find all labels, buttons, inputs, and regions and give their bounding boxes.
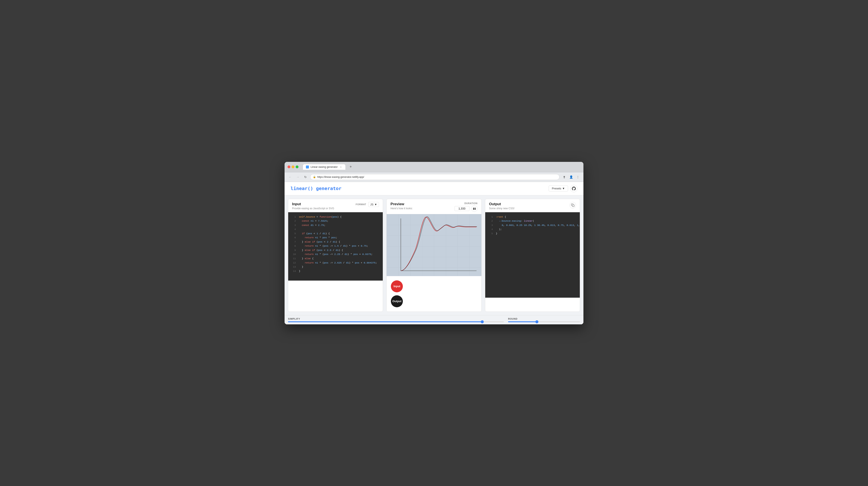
round-slider-fill	[508, 322, 537, 322]
simplify-slider-group: SIMPLIFY	[288, 317, 504, 322]
preview-demo: Input Output	[386, 276, 481, 311]
code-line: 10 return n1 * (pos -= 2.25 / d1) * pos …	[288, 252, 383, 256]
output-panel-controls	[569, 202, 576, 208]
bottom-bar: SIMPLIFY ROUND	[285, 315, 583, 324]
input-ball-label: Input	[394, 285, 400, 288]
browser-tab[interactable]: Linear easing generator ×	[303, 164, 346, 170]
header-right: Presets ▼	[549, 185, 578, 192]
preview-title-group: Preview Here's how it looks:	[391, 202, 413, 210]
code-line: 2 --bounce-easing: linear(	[485, 219, 580, 223]
maximize-window-button[interactable]	[296, 165, 299, 168]
output-ball-label: Output	[392, 300, 402, 303]
simplify-slider-fill	[288, 322, 482, 322]
input-panel-header: Input Provide easing as JavaScript or SV…	[288, 199, 383, 212]
copy-icon	[571, 204, 575, 207]
browser-window: Linear easing generator × + ← → ↻ 🔒 http…	[285, 162, 583, 324]
input-panel: Input Provide easing as JavaScript or SV…	[288, 199, 383, 312]
code-line: 3 0, 0.063, 0.25 18.2%, 1 36.4%, 0.813, …	[485, 223, 580, 227]
pause-icon: ▮▮	[473, 207, 476, 210]
output-panel: Output Some shiny new CSS!	[485, 199, 580, 312]
preview-panel-header: Preview Here's how it looks: DURATION ▮▮	[386, 199, 481, 214]
preview-chart	[386, 214, 481, 276]
code-line: 1 self.bounce = function(pos) {	[288, 215, 383, 219]
app-content: linear() generator Presets ▼ Inp	[285, 182, 583, 324]
input-title-group: Input Provide easing as JavaScript or SV…	[292, 202, 334, 210]
code-line: 5 if (pos < 1 / d1) {	[288, 232, 383, 236]
code-line: 3 const d1 = 2.75;	[288, 223, 383, 227]
github-button[interactable]	[570, 185, 578, 192]
duration-control: DURATION ▮▮	[455, 202, 477, 212]
code-line: 11 } else {	[288, 256, 383, 261]
round-slider-thumb[interactable]	[535, 320, 538, 323]
extensions-button[interactable]: ⚵	[561, 174, 567, 180]
code-line: 2 const n1 = 7.5625;	[288, 219, 383, 223]
tab-title: Linear easing generator	[311, 165, 338, 169]
svg-rect-3	[572, 205, 574, 207]
preview-panel-subtitle: Here's how it looks:	[391, 207, 413, 210]
output-panel-subtitle: Some shiny new CSS!	[489, 207, 515, 210]
preview-panel: Preview Here's how it looks: DURATION ▮▮	[386, 199, 482, 312]
code-line: 1 :root {	[485, 215, 580, 219]
new-tab-button[interactable]: +	[348, 164, 354, 170]
code-line: 14 }	[288, 269, 383, 273]
code-line: 9 } else if (pos < 2.5 / d1) {	[288, 248, 383, 252]
output-title-group: Output Some shiny new CSS!	[489, 202, 515, 210]
profile-button[interactable]: 👤	[568, 174, 574, 180]
browser-nav: ← → ↻ 🔒 https://linear-easing-generator.…	[285, 172, 583, 182]
code-line: 13 }	[288, 265, 383, 269]
round-slider-track[interactable]	[508, 322, 580, 322]
copy-button[interactable]	[569, 202, 576, 208]
code-line: 7 } else if (pos < 2 / d1) {	[288, 240, 383, 244]
round-slider-group: ROUND	[508, 317, 580, 322]
simplify-label: SIMPLIFY	[288, 317, 504, 320]
output-ball: Output	[391, 295, 403, 307]
simplify-slider-track[interactable]	[288, 322, 504, 322]
menu-button[interactable]: ⋮	[575, 174, 581, 180]
tab-favicon-icon	[306, 165, 309, 169]
nav-right-icons: ⚵ 👤 ⋮	[561, 174, 581, 180]
code-editor[interactable]: 1 self.bounce = function(pos) { 2 const …	[288, 212, 383, 281]
format-label: FORMAT	[355, 203, 366, 206]
play-pause-button[interactable]: ▮▮	[471, 205, 477, 212]
input-panel-title: Input	[292, 202, 334, 206]
format-select[interactable]: JS ▼	[368, 202, 379, 207]
code-line: 4	[288, 227, 383, 232]
app-header: linear() generator Presets ▼	[285, 182, 583, 195]
code-line: 4 );	[485, 227, 580, 232]
presets-button[interactable]: Presets ▼	[549, 185, 568, 191]
url-text: https://linear-easing-generator.netlify.…	[317, 176, 364, 179]
refresh-button[interactable]: ↻	[303, 174, 308, 180]
code-line: 12 return n1 * (pos -= 2.625 / d1) * pos…	[288, 261, 383, 265]
duration-row: ▮▮	[455, 205, 477, 212]
lock-icon: 🔒	[313, 176, 316, 178]
close-window-button[interactable]	[287, 165, 290, 168]
github-icon	[572, 187, 576, 190]
panels: Input Provide easing as JavaScript or SV…	[285, 195, 583, 315]
code-line: 6 return n1 * pos * pos;	[288, 236, 383, 240]
output-code: 1 :root { 2 --bounce-easing: linear( 3 0…	[485, 212, 580, 298]
round-label: ROUND	[508, 317, 580, 320]
tab-close-button[interactable]: ×	[339, 165, 342, 169]
output-panel-title: Output	[489, 202, 515, 206]
app-logo: linear() generator	[290, 186, 341, 191]
easing-chart-svg	[386, 214, 481, 276]
format-chevron-icon: ▼	[374, 203, 377, 206]
address-bar[interactable]: 🔒 https://linear-easing-generator.netlif…	[310, 174, 560, 180]
preview-panel-title: Preview	[391, 202, 413, 206]
code-line: 5 }	[485, 232, 580, 236]
duration-input[interactable]	[455, 206, 469, 211]
code-line: 8 return n1 * (pos -= 1.5 / d1) * pos + …	[288, 244, 383, 248]
simplify-slider-thumb[interactable]	[481, 320, 484, 323]
presets-label: Presets	[552, 187, 561, 190]
forward-button[interactable]: →	[295, 174, 301, 180]
format-value: JS	[370, 203, 373, 206]
presets-chevron-icon: ▼	[562, 187, 565, 190]
output-panel-header: Output Some shiny new CSS!	[485, 199, 580, 212]
duration-label: DURATION	[464, 202, 477, 205]
input-ball: Input	[391, 280, 403, 292]
browser-titlebar: Linear easing generator × +	[285, 162, 583, 172]
minimize-window-button[interactable]	[291, 165, 294, 168]
input-panel-controls: FORMAT JS ▼	[355, 202, 379, 207]
input-panel-subtitle: Provide easing as JavaScript or SVG	[292, 207, 334, 210]
back-button[interactable]: ←	[287, 174, 293, 180]
